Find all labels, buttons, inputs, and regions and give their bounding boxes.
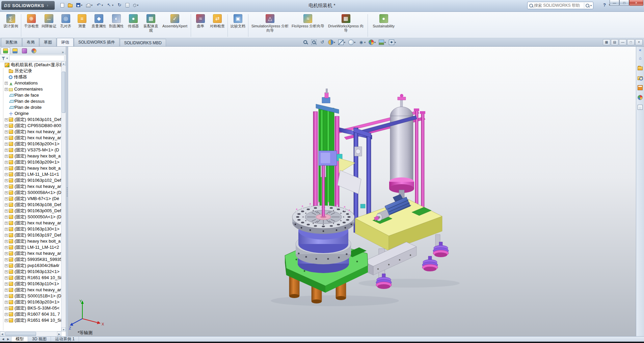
tree-item[interactable]: Plan de face [0, 92, 61, 98]
tree-horizontal-scrollbar[interactable]: ◀ ▶ [0, 331, 61, 336]
symmetry-check-button[interactable]: ⇄对称检查 [209, 13, 226, 29]
tree-item[interactable]: +(固定) 901063p209<1> [0, 159, 61, 165]
tree-item[interactable]: +(固定) LM-11_LM-11<2 [0, 244, 61, 250]
undo-button[interactable]: ↶▾ [95, 2, 104, 8]
dropdown-caret-icon[interactable]: ▾ [6, 57, 8, 60]
expand-icon[interactable]: + [5, 118, 8, 121]
minimize-document-button[interactable]: — [619, 39, 626, 45]
edit-appearance-button[interactable]: ▾ [368, 39, 377, 46]
expand-icon[interactable]: + [5, 167, 8, 170]
view-settings-button[interactable]: ▾ [388, 39, 397, 46]
solidworks-logo[interactable]: DS SOLIDWORKS › [1, 1, 55, 10]
compare-documents-button[interactable]: ▣比较文档 [229, 13, 247, 29]
tree-item[interactable]: +Commentaires [0, 86, 61, 92]
hole-alignment-button[interactable]: ◎孔对齐 [58, 13, 74, 29]
displaymanager-tab[interactable] [29, 47, 38, 54]
view-orientation-button[interactable]: ▾ [337, 39, 346, 46]
tree-item[interactable]: +(固定) hex nut heavy_ar [0, 220, 61, 226]
section-view-button[interactable]: ▾ [327, 39, 336, 46]
expand-icon[interactable]: + [5, 130, 8, 133]
file-properties-button[interactable] [124, 2, 131, 8]
expand-icon[interactable]: + [5, 143, 8, 146]
design-library-button[interactable] [637, 64, 644, 72]
tree-item[interactable]: Origine [0, 111, 61, 117]
section-properties-button[interactable]: ◐剖面属性 [108, 13, 125, 29]
tree-item[interactable]: +(固定) heavy hex bolt_a [0, 165, 61, 171]
expand-icon[interactable]: + [5, 264, 8, 267]
expand-icon[interactable]: + [5, 161, 8, 164]
expand-icon[interactable]: + [5, 319, 8, 322]
tree-item[interactable]: +(固定) 901063p197_Def [0, 232, 61, 238]
expand-icon[interactable]: + [5, 203, 8, 206]
tree-item[interactable]: +(固定) 901063p102_Def [0, 177, 61, 183]
expand-icon[interactable]: + [5, 234, 8, 237]
expand-icon[interactable]: + [5, 301, 8, 304]
tree-item[interactable]: Plan de droite [0, 104, 61, 111]
interference-check-button[interactable]: ⊕干涉检查 [23, 13, 40, 29]
new-document-button[interactable] [59, 2, 65, 8]
scroll-left-icon[interactable]: ◀ [0, 332, 4, 336]
tab-solidworks-mbd[interactable]: SOLIDWORKS MBD [120, 39, 166, 46]
tree-item[interactable]: +(固定) hex nut heavy_ar [0, 135, 61, 141]
expand-icon[interactable]: + [5, 276, 8, 279]
scrollbar-thumb[interactable] [62, 72, 65, 113]
search-input[interactable] [533, 3, 583, 8]
tree-item[interactable]: Plan de dessus [0, 98, 61, 104]
tree-item[interactable]: +(固定) 901063p203<1> [0, 299, 61, 305]
tree-item[interactable]: +(固定) BKS-S-33M-05< [0, 305, 61, 311]
expand-icon[interactable]: + [5, 228, 8, 231]
expand-icon[interactable]: + [5, 210, 8, 213]
tree-item[interactable]: +(固定) hex nut heavy_ar [0, 287, 61, 293]
expand-icon[interactable]: + [5, 197, 8, 200]
zoom-area-button[interactable] [310, 39, 318, 46]
expand-icon[interactable]: + [5, 124, 8, 127]
floxpress-wizard-button[interactable]: ≈FloXpress 分析向导 [290, 13, 326, 29]
tree-item[interactable]: 历史记录 [0, 68, 61, 74]
tree-item[interactable]: +(固定) R1651 694 10_Si [0, 275, 61, 281]
task-pane-collapse-icon[interactable]: « [639, 48, 641, 52]
scrollbar-thumb[interactable] [5, 332, 36, 336]
tree-item[interactable]: +(固定) 901063p200<1> [0, 141, 61, 147]
filter-funnel-icon[interactable] [1, 56, 6, 60]
tree-root-item[interactable]: 电机组装机 (Défaut<显示状 [0, 62, 61, 68]
expand-icon[interactable]: + [5, 246, 8, 249]
apply-scene-button[interactable]: ▾ [378, 39, 387, 46]
tree-item[interactable]: +(固定) 901063p108_Def [0, 202, 61, 208]
tree-item[interactable]: +(固定) 901063p132<1> [0, 269, 61, 275]
display-style-button[interactable]: ▾ [347, 39, 356, 46]
tab-layout[interactable]: 布局 [22, 38, 39, 46]
expand-icon[interactable]: + [5, 185, 8, 188]
view-palette-button[interactable] [637, 84, 644, 91]
close-document-button[interactable]: × [635, 39, 643, 45]
tree-item[interactable]: 传感器 [0, 74, 61, 80]
expand-icon[interactable]: + [5, 222, 8, 225]
doc-tab-3d-views[interactable]: 3D 视图 [28, 337, 51, 342]
featuremanager-tab[interactable] [1, 47, 10, 54]
tree-item[interactable]: +(固定) pvp16304r26a4r [0, 263, 61, 269]
rebuild-button[interactable]: ↻ [116, 2, 123, 8]
design-study-button[interactable]: ∑设计算例 [2, 13, 20, 29]
options-button[interactable]: ▾ [132, 2, 140, 8]
solidworks-resources-button[interactable] [637, 54, 644, 62]
assembly-visualization-button[interactable]: ▦装配体直观 [141, 13, 160, 33]
tree-item[interactable]: +(固定) 901063p005_Def [0, 208, 61, 214]
tab-solidworks-addins[interactable]: SOLIDWORKS 插件 [74, 38, 119, 46]
sustainability-button[interactable]: ●Sustainability [369, 13, 398, 29]
expand-icon[interactable]: + [5, 258, 8, 261]
expand-icon[interactable]: + [5, 191, 8, 194]
expand-icon[interactable]: + [5, 270, 8, 273]
tree-item[interactable]: +(固定) CP95SDB80-800 [0, 123, 61, 129]
print-button[interactable]: ▾ [85, 2, 94, 8]
tree-item[interactable]: +(固定) R1651 694 10_Si [0, 317, 61, 323]
tree-item[interactable]: +(固定) 59935K81_59935 [0, 256, 61, 263]
save-button[interactable]: ▾ [75, 2, 84, 8]
expand-icon[interactable]: + [5, 82, 8, 85]
3d-viewport[interactable]: Y X Z *等轴测 [68, 47, 636, 336]
zoom-fit-button[interactable] [302, 39, 309, 46]
driveworksxpress-wizard-button[interactable]: ▦DriveWorksXpress 向导 [326, 13, 366, 33]
tab-sketch[interactable]: 草图 [39, 38, 56, 46]
tab-assembly[interactable]: 装配体 [1, 38, 22, 46]
expand-icon[interactable]: + [5, 283, 8, 286]
expand-icon[interactable]: + [5, 313, 8, 316]
tree-item[interactable]: +(固定) 901063p110<1> [0, 281, 61, 287]
